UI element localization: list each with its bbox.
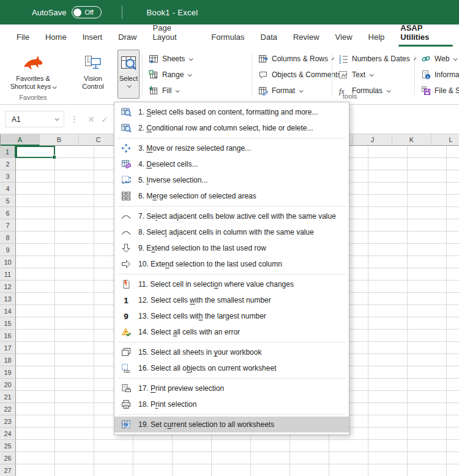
tab-formulas[interactable]: Formulas (203, 27, 252, 48)
column-header-a[interactable]: A (1, 134, 40, 146)
select-button[interactable]: Select (118, 50, 140, 99)
row-header-5[interactable]: 5 (0, 195, 16, 207)
row-header-19[interactable]: 19 (0, 366, 16, 379)
menu-item-7[interactable]: 7. Select adjacent cells below active ce… (114, 208, 349, 224)
tab-help[interactable]: Help (360, 27, 393, 48)
objects-comments-button[interactable]: Objects & Comments (255, 67, 329, 83)
menu-item-label: 2. Conditional row and column select, hi… (138, 124, 313, 132)
row-header-16[interactable]: 16 (0, 330, 16, 342)
text-button[interactable]: AText (335, 67, 412, 83)
curve-icon (121, 211, 132, 221)
menu-item-13[interactable]: 913. Select cells with the largest numbe… (114, 308, 349, 324)
row-header-14[interactable]: 14 (0, 305, 16, 317)
column-header-k[interactable]: K (392, 134, 431, 146)
favorites-shortcut-keys-button[interactable]: Favorites &Shortcut keys (5, 50, 61, 94)
menu-item-10[interactable]: 10. Extend selection to the last used co… (114, 256, 349, 272)
row-header-18[interactable]: 18 (0, 354, 16, 366)
row-header-11[interactable]: 11 (0, 268, 16, 281)
tab-data[interactable]: Data (253, 27, 285, 48)
row-header-15[interactable]: 15 (0, 317, 16, 330)
row-header-8[interactable]: 8 (0, 232, 16, 244)
columns-rows-button[interactable]: Columns & Rows (255, 51, 329, 67)
sheets-button[interactable]: Sheets (145, 51, 249, 67)
svg-text:i: i (427, 75, 428, 80)
row-header-4[interactable]: 4 (0, 183, 16, 195)
menu-separator (118, 414, 346, 415)
conditional-select-icon (121, 123, 132, 133)
menu-item-19[interactable]: 19. Set current selection to all workshe… (114, 417, 349, 433)
autosave-toggle[interactable]: Off (72, 6, 102, 18)
row-header-20[interactable]: 20 (0, 379, 16, 391)
tab-draw[interactable]: Draw (110, 27, 144, 48)
menu-item-9[interactable]: 9. Extend selection to the last used row (114, 240, 349, 256)
column-header-b[interactable]: B (40, 134, 79, 146)
menu-item-1[interactable]: 1. Select cells based on content, format… (114, 104, 349, 120)
print-icon (121, 399, 132, 409)
menu-item-8[interactable]: 8. Select adjacent cells in column with … (114, 224, 349, 240)
row-header-6[interactable]: 6 (0, 207, 16, 219)
excel-logo-icon (8, 6, 21, 19)
web-icon (421, 54, 431, 64)
tab-insert[interactable]: Insert (75, 27, 111, 48)
row-header-13[interactable]: 13 (0, 293, 16, 305)
button-label: Columns & Rows (272, 55, 328, 63)
menu-item-5[interactable]: 5. Inverse selection... (114, 172, 349, 188)
row-header-7[interactable]: 7 (0, 219, 16, 232)
row-header-26[interactable]: 26 (0, 452, 16, 464)
menu-item-label: 9. Extend selection to the last used row (138, 244, 266, 252)
menu-item-15[interactable]: 15. Select all sheets in your workbook (114, 344, 349, 360)
row-header-2[interactable]: 2 (0, 158, 16, 170)
select-all-corner[interactable] (0, 134, 1, 146)
tab-asap-utilities[interactable]: ASAP Utilities (392, 18, 459, 48)
tab-review[interactable]: Review (285, 27, 327, 48)
active-cell-a1[interactable] (16, 146, 55, 158)
row-header-22[interactable]: 22 (0, 403, 16, 415)
menu-item-18[interactable]: 18. Print selection (114, 396, 349, 412)
row-header-24[interactable]: 24 (0, 428, 16, 440)
toggle-knob-icon (73, 9, 81, 17)
tab-page-layout[interactable]: Page Layout (145, 18, 204, 48)
button-label: Web (435, 55, 449, 63)
chevron-down-icon (127, 83, 131, 88)
row-header-9[interactable]: 9 (0, 244, 16, 256)
button-label: Fill (162, 86, 171, 95)
tab-view[interactable]: View (327, 27, 360, 48)
row-header-17[interactable]: 17 (0, 342, 16, 354)
vision-control-button[interactable]: VisionControl (75, 50, 111, 99)
row-header-25[interactable]: 25 (0, 440, 16, 452)
menu-item-2[interactable]: 2. Conditional row and column select, hi… (114, 120, 349, 136)
column-header-l[interactable]: L (431, 134, 459, 146)
row-header-12[interactable]: 12 (0, 281, 16, 293)
row-header-1[interactable]: 1 (0, 146, 16, 158)
numbers-dates-button[interactable]: 123Numbers & Dates (335, 51, 412, 67)
range-button[interactable]: Range (145, 67, 249, 83)
tab-file[interactable]: File (9, 27, 37, 48)
enter-icon[interactable]: ✓ (98, 115, 111, 124)
menu-item-11[interactable]: 11. Select cell in selection where value… (114, 276, 349, 292)
format-button[interactable]: Format (255, 83, 329, 99)
column-header-j[interactable]: J (353, 134, 392, 146)
row-header-23[interactable]: 23 (0, 415, 16, 428)
cancel-icon[interactable]: ✕ (84, 115, 98, 124)
deselect-icon (121, 159, 132, 169)
row-header-27[interactable]: 27 (0, 464, 16, 476)
menu-item-16[interactable]: 16. Select all objects on current worksh… (114, 360, 349, 376)
menu-item-12[interactable]: 112. Select cells with the smallest numb… (114, 292, 349, 308)
menu-item-3[interactable]: 3. Move or resize selected range... (114, 140, 349, 156)
chevron-down-icon (176, 88, 180, 93)
menu-item-14[interactable]: 14. Select all cells with an error (114, 324, 349, 340)
row-header-10[interactable]: 10 (0, 256, 16, 268)
menu-item-6[interactable]: 6. Merge selection of selected areas (114, 188, 349, 204)
name-box[interactable]: A1 (5, 111, 64, 127)
fill-button[interactable]: Fill (145, 83, 249, 99)
row-header-3[interactable]: 3 (0, 170, 16, 183)
information-button[interactable]: iInformation (417, 67, 459, 83)
tab-home[interactable]: Home (37, 27, 75, 48)
file-system-button[interactable]: File & System (417, 83, 459, 99)
column-header-c[interactable]: C (79, 134, 118, 146)
menu-item-label: 10. Extend selection to the last used co… (138, 260, 282, 268)
menu-item-4[interactable]: 4. Deselect cells... (114, 156, 349, 172)
web-button[interactable]: Web (417, 51, 459, 67)
menu-item-17[interactable]: 17. Print preview selection (114, 380, 349, 396)
row-header-21[interactable]: 21 (0, 391, 16, 403)
